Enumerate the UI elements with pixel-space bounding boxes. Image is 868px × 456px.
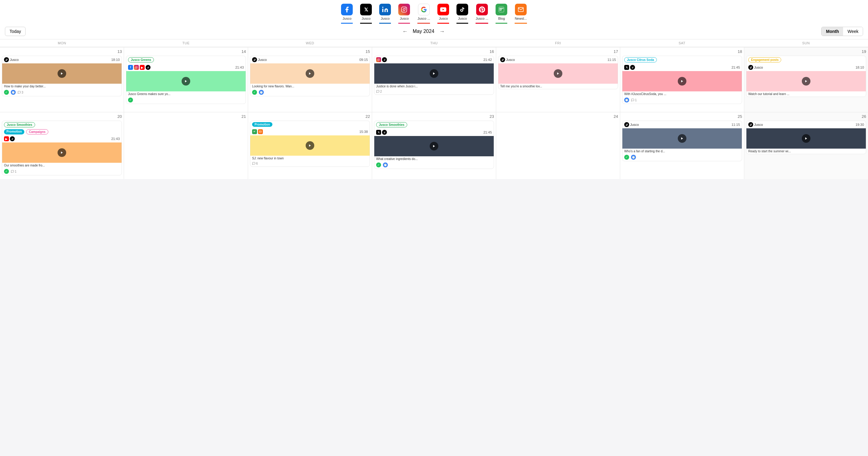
day-number-19: 19 bbox=[746, 49, 866, 54]
campaign-tag-campaigns: Campaigns bbox=[26, 129, 48, 134]
account-name: Jusco bbox=[630, 123, 639, 127]
post-card-22-1[interactable]: Promotion 15:38 SJ: new flavour in bbox=[250, 121, 370, 167]
day-header-mon: MON bbox=[0, 39, 124, 47]
social-account-instagram[interactable]: Jusco bbox=[398, 4, 410, 24]
svg-marker-16 bbox=[805, 80, 807, 83]
social-label-twitter: Jusco bbox=[362, 17, 371, 20]
comment-count: 3 bbox=[18, 91, 23, 94]
post-caption: Who's a fan of starting the d... bbox=[622, 149, 742, 154]
social-label-instagram: Jusco bbox=[400, 17, 409, 20]
status-published: ✓ bbox=[4, 90, 9, 95]
day-number-26: 26 bbox=[746, 114, 866, 119]
day-number-16: 16 bbox=[374, 49, 494, 54]
social-account-pinterest[interactable]: Jusco ... bbox=[475, 4, 488, 24]
blog-platform-icon bbox=[252, 129, 257, 134]
campaign-tag: Jusco Citrus Soda bbox=[624, 57, 657, 62]
post-thumbnail bbox=[250, 63, 370, 84]
social-account-blog[interactable]: Blog bbox=[496, 4, 507, 24]
svg-point-12 bbox=[378, 59, 379, 60]
calendar-nav: Today ← May 2024 → Month Week bbox=[0, 24, 868, 39]
platform-row bbox=[376, 57, 387, 62]
social-account-tiktok[interactable]: Jusco bbox=[457, 4, 468, 24]
social-account-email[interactable]: Newsl... bbox=[515, 4, 527, 24]
calendar-day-18: 18 Jusco Citrus Soda 𝕏 21:45 With bbox=[620, 47, 744, 112]
video-play-icon bbox=[306, 69, 314, 78]
week-view-button[interactable]: Week bbox=[843, 27, 863, 36]
svg-point-8 bbox=[136, 67, 137, 68]
status-scheduled: 🕐 bbox=[624, 98, 629, 102]
video-play-icon bbox=[802, 134, 810, 143]
today-button[interactable]: Today bbox=[5, 27, 26, 36]
prev-month-button[interactable]: ← bbox=[402, 28, 408, 35]
day-number-17: 17 bbox=[498, 49, 618, 54]
twitter-platform-icon: 𝕏 bbox=[624, 65, 629, 70]
post-card-19-1[interactable]: Engagement posts Jusco 18:10 Watch our t… bbox=[746, 56, 866, 97]
day-number-13: 13 bbox=[2, 49, 122, 54]
instagram-platform-icon bbox=[376, 57, 381, 62]
platform-row: f ▶ bbox=[128, 65, 151, 70]
post-card-13-1[interactable]: Jusco 18:10 How to make your day better.… bbox=[2, 56, 122, 96]
comment-count: 6 bbox=[252, 162, 258, 165]
post-thumbnail bbox=[746, 71, 866, 91]
social-account-youtube[interactable]: Jusco bbox=[437, 4, 449, 24]
social-account-linkedin[interactable]: Jusco bbox=[379, 4, 391, 24]
post-footer: ✓ 1 bbox=[2, 168, 122, 175]
calendar-day-20: 20 Jusco Smoothies Promotion Campaigns ▶… bbox=[0, 112, 124, 179]
post-thumbnail bbox=[250, 135, 370, 156]
post-footer: ✓ 🕐 bbox=[374, 162, 494, 169]
post-card-15-1[interactable]: Jusco 09:15 Looking for new flavors. Wan… bbox=[250, 56, 370, 96]
post-footer: ✓ 🕐 bbox=[250, 89, 370, 96]
tiktok-platform-icon bbox=[630, 65, 635, 70]
post-card-17-1[interactable]: Jusco 11:15 Tell me you're a smoothie lo… bbox=[498, 56, 618, 89]
day-number-22: 22 bbox=[250, 114, 370, 119]
social-label-google: Jusco ... bbox=[417, 17, 430, 20]
platform-row bbox=[252, 129, 263, 134]
post-card-18-1[interactable]: Jusco Citrus Soda 𝕏 21:45 With #JuscoCit… bbox=[622, 56, 742, 104]
platform-row: Jusco bbox=[500, 57, 515, 62]
post-footer: ✓ 🕐 bbox=[622, 154, 742, 161]
video-play-icon bbox=[430, 142, 438, 151]
post-card-26-1[interactable]: Jusco 19:30 Ready to start the summer wi… bbox=[746, 121, 866, 154]
comment-count: 2 bbox=[376, 90, 382, 93]
day-number-20: 20 bbox=[2, 114, 122, 119]
campaign-tag: Jusco Smoothies bbox=[376, 122, 407, 127]
calendar-day-24: 24 bbox=[496, 112, 620, 179]
status-published: ✓ bbox=[128, 98, 133, 102]
post-card-16-1[interactable]: 21:42 Justice is done when Jusco i... 2 bbox=[374, 56, 494, 95]
post-time: 21:43 bbox=[111, 137, 120, 141]
social-account-facebook[interactable]: Jusco bbox=[341, 4, 353, 24]
tiktok-platform-icon bbox=[748, 122, 753, 127]
tiktok-platform-icon bbox=[748, 65, 753, 70]
social-account-google[interactable]: Jusco ... bbox=[417, 4, 430, 24]
status-scheduled: 🕐 bbox=[259, 90, 264, 95]
svg-rect-7 bbox=[135, 66, 137, 69]
post-time: 21:43 bbox=[235, 66, 244, 69]
post-caption: What creative ingredients do... bbox=[374, 156, 494, 162]
youtube-platform-icon: ▶ bbox=[4, 136, 9, 141]
social-account-twitter[interactable]: 𝕏 Jusco bbox=[360, 4, 372, 24]
svg-marker-10 bbox=[309, 72, 311, 75]
status-published: ✓ bbox=[4, 169, 9, 174]
post-card-23-1[interactable]: Jusco Smoothies 𝕏 21:45 What creative in… bbox=[374, 121, 494, 169]
post-card-14-1[interactable]: Jusco Greens f ▶ 21:43 bbox=[126, 56, 246, 104]
calendar-day-13: 13 Jusco 18:10 How to make your day bett… bbox=[0, 47, 124, 112]
calendar-grid: 13 Jusco 18:10 How to make your day bett… bbox=[0, 47, 868, 179]
video-play-icon bbox=[182, 77, 190, 86]
post-caption: SJ: new flavour in town bbox=[250, 156, 370, 161]
month-view-button[interactable]: Month bbox=[822, 27, 843, 36]
tiktok-platform-icon bbox=[624, 122, 629, 127]
post-time: 18:10 bbox=[111, 58, 120, 62]
post-time: 15:38 bbox=[359, 130, 368, 134]
video-play-icon bbox=[678, 134, 686, 143]
calendar-day-14: 14 Jusco Greens f ▶ 21:43 bbox=[124, 47, 248, 112]
day-header-wed: WED bbox=[248, 39, 372, 47]
post-card-25-1[interactable]: Jusco 11:15 Who's a fan of starting the … bbox=[622, 121, 742, 161]
post-thumbnail bbox=[622, 128, 742, 149]
post-card-20-1[interactable]: Jusco Smoothies Promotion Campaigns ▶ 21… bbox=[2, 121, 122, 175]
next-month-button[interactable]: → bbox=[439, 28, 445, 35]
tiktok-platform-icon bbox=[146, 65, 151, 70]
platform-row: Jusco bbox=[748, 65, 763, 70]
calendar-day-21: 21 bbox=[124, 112, 248, 179]
svg-marker-20 bbox=[433, 145, 435, 148]
post-thumbnail bbox=[622, 71, 742, 91]
